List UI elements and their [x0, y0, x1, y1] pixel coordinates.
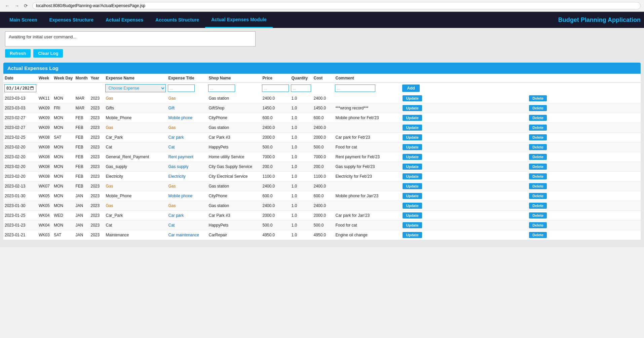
delete-button[interactable]: Delete: [529, 212, 547, 218]
cell-delete[interactable]: Delete: [528, 191, 641, 201]
cell-year: 2023: [89, 133, 104, 142]
cell-update[interactable]: Update: [401, 172, 528, 181]
delete-button[interactable]: Delete: [529, 115, 547, 121]
date-input[interactable]: [4, 84, 36, 92]
update-button[interactable]: Update: [403, 125, 422, 131]
title-input[interactable]: [168, 84, 195, 92]
comment-input[interactable]: [335, 84, 375, 92]
cell-delete[interactable]: Delete: [528, 221, 641, 230]
cell-week: WK04: [37, 211, 52, 221]
cell-update[interactable]: Update: [401, 181, 528, 191]
refresh-button[interactable]: Refresh: [5, 49, 31, 58]
add-button[interactable]: Add: [402, 84, 419, 92]
expense-select-cell[interactable]: Choose Expense: [104, 83, 167, 94]
delete-button[interactable]: Delete: [529, 154, 547, 160]
comment-input-cell[interactable]: [334, 83, 401, 94]
cell-update[interactable]: Update: [401, 103, 528, 113]
cell-delete[interactable]: Delete: [528, 230, 641, 240]
delete-button[interactable]: Delete: [529, 183, 547, 189]
delete-button[interactable]: Delete: [529, 95, 547, 101]
forward-button[interactable]: →: [13, 2, 21, 9]
cell-weekday: MON: [52, 152, 74, 162]
delete-button[interactable]: Delete: [529, 105, 547, 111]
cell-delete[interactable]: Delete: [528, 162, 641, 172]
update-button[interactable]: Update: [403, 173, 422, 179]
cell-month: JAN: [74, 230, 89, 240]
cell-delete[interactable]: Delete: [528, 172, 641, 181]
qty-input-cell[interactable]: [290, 83, 312, 94]
col-header-comment: Comment: [334, 74, 401, 83]
expense-select[interactable]: Choose Expense: [105, 84, 166, 92]
delete-button[interactable]: Delete: [529, 222, 547, 228]
update-button[interactable]: Update: [403, 134, 422, 140]
browser-nav[interactable]: ← → ⟳: [3, 2, 30, 9]
reload-button[interactable]: ⟳: [22, 2, 30, 9]
nav-main-screen[interactable]: Main Screen: [3, 12, 43, 28]
cell-expense-title: Cat: [167, 221, 207, 230]
update-button[interactable]: Update: [403, 203, 422, 209]
cell-update[interactable]: Update: [401, 142, 528, 152]
cell-update[interactable]: Update: [401, 221, 528, 230]
cell-update[interactable]: Update: [401, 162, 528, 172]
cell-update[interactable]: Update: [401, 211, 528, 221]
cell-delete[interactable]: Delete: [528, 123, 641, 133]
cell-week: WK09: [37, 103, 52, 113]
delete-button[interactable]: Delete: [529, 164, 547, 170]
cell-delete[interactable]: Delete: [528, 211, 641, 221]
update-button[interactable]: Update: [403, 183, 422, 189]
back-button[interactable]: ←: [3, 2, 11, 9]
delete-button[interactable]: Delete: [529, 134, 547, 140]
update-button[interactable]: Update: [403, 164, 422, 170]
update-button[interactable]: Update: [403, 232, 422, 238]
cell-cost: 2000.0: [312, 133, 334, 142]
update-button[interactable]: Update: [403, 222, 422, 228]
cell-delete[interactable]: Delete: [528, 181, 641, 191]
nav-accounts-structure[interactable]: Accounts Structure: [149, 12, 205, 28]
delete-button[interactable]: Delete: [529, 144, 547, 150]
nav-expenses-structure[interactable]: Expenses Structure: [43, 12, 100, 28]
clear-log-button[interactable]: Clear Log: [33, 49, 63, 58]
shop-input[interactable]: [208, 84, 235, 92]
cell-delete[interactable]: Delete: [528, 113, 641, 123]
cell-update[interactable]: Update: [401, 201, 528, 211]
cell-delete[interactable]: Delete: [528, 133, 641, 142]
shop-input-cell[interactable]: [207, 83, 261, 94]
cell-update[interactable]: Update: [401, 113, 528, 123]
add-button-cell[interactable]: Add: [401, 83, 528, 94]
col-header-shop-name: Shop Name: [207, 74, 261, 83]
qty-input[interactable]: [291, 84, 311, 92]
cell-delete[interactable]: Delete: [528, 103, 641, 113]
cell-update[interactable]: Update: [401, 94, 528, 103]
update-button[interactable]: Update: [403, 154, 422, 160]
update-button[interactable]: Update: [403, 95, 422, 101]
cell-weekday: MON: [52, 191, 74, 201]
nav-actual-expenses-module[interactable]: Actual Expenses Module: [205, 12, 273, 28]
delete-button[interactable]: Delete: [529, 125, 547, 131]
cell-update[interactable]: Update: [401, 133, 528, 142]
nav-bar: Main Screen Expenses Structure Actual Ex…: [0, 12, 644, 28]
cell-delete[interactable]: Delete: [528, 152, 641, 162]
cell-delete[interactable]: Delete: [528, 94, 641, 103]
delete-button[interactable]: Delete: [529, 173, 547, 179]
cell-date: 2023-02-20: [3, 172, 37, 181]
update-button[interactable]: Update: [403, 144, 422, 150]
update-button[interactable]: Update: [403, 105, 422, 111]
cell-delete[interactable]: Delete: [528, 201, 641, 211]
delete-button[interactable]: Delete: [529, 232, 547, 238]
cell-update[interactable]: Update: [401, 230, 528, 240]
update-button[interactable]: Update: [403, 193, 422, 199]
cell-delete[interactable]: Delete: [528, 142, 641, 152]
price-input[interactable]: [262, 84, 289, 92]
cell-update[interactable]: Update: [401, 123, 528, 133]
delete-button[interactable]: Delete: [529, 193, 547, 199]
nav-actual-expenses[interactable]: Actual Expenses: [100, 12, 149, 28]
url-bar[interactable]: [32, 2, 641, 9]
update-button[interactable]: Update: [403, 212, 422, 218]
price-input-cell[interactable]: [261, 83, 290, 94]
cell-update[interactable]: Update: [401, 191, 528, 201]
date-input-cell[interactable]: [3, 83, 37, 94]
delete-button[interactable]: Delete: [529, 203, 547, 209]
title-input-cell[interactable]: [167, 83, 207, 94]
cell-update[interactable]: Update: [401, 152, 528, 162]
update-button[interactable]: Update: [403, 115, 422, 121]
